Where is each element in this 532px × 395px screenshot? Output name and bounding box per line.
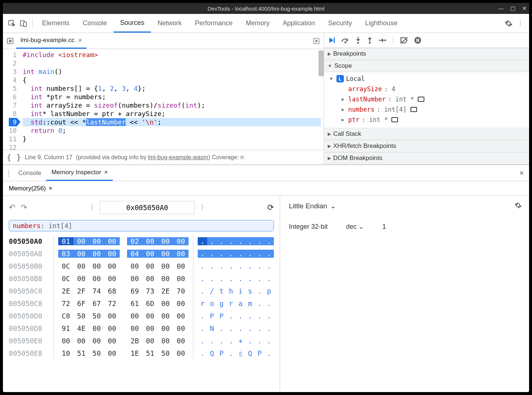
chip-name: numbers <box>13 222 41 230</box>
step-over-icon[interactable] <box>341 37 350 44</box>
svg-line-10 <box>401 37 408 43</box>
address-input[interactable] <box>100 201 195 214</box>
dom-pane[interactable]: ▶DOM Breakpoints <box>324 152 529 164</box>
undo-icon[interactable]: ↶ <box>9 203 15 212</box>
window-title: DevTools - localhost:4000/lmi-bug-exampl… <box>208 5 324 12</box>
resume-icon[interactable] <box>328 36 336 44</box>
tab-console[interactable]: Console <box>76 14 114 33</box>
svg-point-8 <box>369 42 371 44</box>
run-snippet-icon[interactable] <box>4 35 16 47</box>
minimize-button[interactable]: — <box>498 5 504 12</box>
cursor-position: Line 9, Column 17 <box>25 154 72 161</box>
drawer-menu-icon[interactable]: ⋮ <box>4 169 13 178</box>
devtools-tabs: ElementsConsoleSourcesNetworkPerformance… <box>3 14 529 33</box>
drawer-tab-console[interactable]: Console <box>13 165 46 181</box>
inspect-icon[interactable] <box>6 18 18 29</box>
scrollbar-thumb[interactable] <box>319 51 324 76</box>
tab-sources[interactable]: Sources <box>114 14 151 33</box>
close-memory-tab-icon[interactable]: × <box>49 185 52 192</box>
scope-body: ▼LLocal arraySize: 4▶lastNumber: int *▶n… <box>324 72 529 128</box>
close-drawer-icon[interactable]: × <box>516 168 528 178</box>
memory-instance-tab[interactable]: Memory(256)× <box>4 181 57 195</box>
close-button[interactable]: ✕ <box>522 5 527 12</box>
redo-icon[interactable]: ↷ <box>21 203 27 212</box>
svg-point-9 <box>384 39 386 41</box>
scope-var-lastNumber[interactable]: ▶lastNumber: int * <box>328 94 529 104</box>
value-format-select[interactable]: dec ⌄ <box>346 223 364 231</box>
scope-pane[interactable]: ▼Scope <box>324 60 529 72</box>
svg-point-6 <box>345 41 346 43</box>
settings-icon[interactable] <box>503 18 514 29</box>
chip-type: : int[4] <box>41 222 72 230</box>
editor-statusbar: { } Line 9, Column 17 (provided via debu… <box>3 150 324 164</box>
hex-view[interactable]: 005050A00100000002000000........005050A8… <box>3 235 280 363</box>
tab-elements[interactable]: Elements <box>36 14 76 33</box>
svg-point-11 <box>414 37 421 44</box>
tab-memory[interactable]: Memory <box>239 14 276 33</box>
memory-chip-icon[interactable] <box>391 117 398 122</box>
memory-chip-icon[interactable] <box>418 97 424 102</box>
maximize-button[interactable]: ▢ <box>510 5 516 12</box>
step-icon[interactable] <box>378 37 386 44</box>
source-file-tab[interactable]: lmi-bug-example.cc × <box>16 33 86 49</box>
code-editor[interactable]: 123456789101112 #include <iostream>int m… <box>3 49 324 150</box>
debugger-toolbar <box>324 33 529 48</box>
close-tab-icon[interactable]: × <box>78 37 82 44</box>
tab-application[interactable]: Application <box>276 14 321 33</box>
drawer-tab-memory-inspector[interactable]: Memory Inspector× <box>46 165 113 181</box>
svg-point-7 <box>357 42 359 44</box>
tab-lighthouse[interactable]: Lighthouse <box>358 14 404 33</box>
xhr-pane[interactable]: ▶XHR/fetch Breakpoints <box>324 140 529 152</box>
memory-chip-icon[interactable] <box>410 107 417 112</box>
tab-security[interactable]: Security <box>321 14 358 33</box>
step-out-icon[interactable] <box>367 36 373 44</box>
chevron-down-icon: ⌄ <box>358 223 364 230</box>
svg-rect-13 <box>418 38 419 42</box>
close-drawer-tab-icon[interactable]: × <box>104 169 108 176</box>
breakpoints-pane[interactable]: ▶Breakpoints <box>324 48 529 60</box>
run-icon[interactable] <box>310 35 322 47</box>
tab-network[interactable]: Network <box>151 14 188 33</box>
prev-page-icon[interactable]: 〈 <box>85 203 96 212</box>
object-chip[interactable]: numbers: int[4] <box>9 220 274 231</box>
step-into-icon[interactable] <box>355 36 361 44</box>
svg-rect-5 <box>334 37 335 43</box>
decoded-value: 1 <box>382 223 386 231</box>
chevron-down-icon: ⌄ <box>330 202 336 210</box>
next-page-icon[interactable]: 〉 <box>198 203 209 212</box>
pause-exceptions-icon[interactable] <box>414 36 422 44</box>
callstack-pane[interactable]: ▶Call Stack <box>324 128 529 140</box>
tab-performance[interactable]: Performance <box>188 14 239 33</box>
value-type: Integer 32-bit <box>289 223 328 231</box>
wasm-link[interactable]: lmi-bug-example.wasm <box>148 154 208 160</box>
svg-rect-12 <box>416 38 417 42</box>
scope-var-ptr[interactable]: ▶ptr: int * <box>328 115 529 125</box>
mem-settings-icon[interactable] <box>514 202 522 209</box>
scope-var-arraySize[interactable]: arraySize: 4 <box>328 84 529 94</box>
svg-rect-2 <box>23 22 26 26</box>
format-braces-icon[interactable]: { } <box>7 153 21 162</box>
source-file-name: lmi-bug-example.cc <box>21 37 74 44</box>
endian-select[interactable]: Little Endian⌄ <box>289 202 520 210</box>
deactivate-breakpoints-icon[interactable] <box>400 37 409 44</box>
window-titlebar: DevTools - localhost:4000/lmi-bug-exampl… <box>3 3 529 14</box>
device-toggle-icon[interactable] <box>18 18 29 29</box>
scope-local[interactable]: ▼LLocal <box>328 74 529 84</box>
more-icon[interactable]: ⋮ <box>514 18 526 29</box>
refresh-icon[interactable]: ⟳ <box>267 203 274 212</box>
scope-var-numbers[interactable]: ▶numbers: int[4] <box>328 104 529 115</box>
